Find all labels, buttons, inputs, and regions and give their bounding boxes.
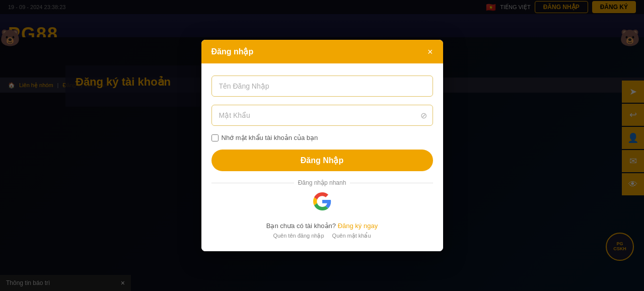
username-input[interactable] bbox=[211, 76, 433, 97]
login-modal: Đăng nhập × ⊘ Nhớ mật khẩu tài khoản của… bbox=[201, 40, 443, 251]
google-icon bbox=[313, 192, 331, 210]
password-group: ⊘ bbox=[211, 105, 433, 126]
modal-header: Đăng nhập × bbox=[201, 40, 443, 63]
small-links-row: Quên tên đăng nhập Quên mật khẩu bbox=[211, 233, 433, 239]
divider-left bbox=[211, 183, 294, 183]
modal-title: Đăng nhập bbox=[211, 47, 254, 56]
remember-label: Nhớ mật khẩu tài khoản của bạn bbox=[222, 134, 318, 141]
divider-right bbox=[350, 183, 433, 183]
submit-login-button[interactable]: Đăng Nhập bbox=[211, 150, 433, 171]
no-account-text: Bạn chưa có tài khoản? Đăng ký ngay bbox=[211, 222, 433, 230]
social-login-area bbox=[211, 192, 433, 214]
remember-row: Nhớ mật khẩu tài khoản của bạn bbox=[211, 134, 433, 141]
toggle-password-icon[interactable]: ⊘ bbox=[420, 111, 427, 120]
remember-checkbox[interactable] bbox=[211, 134, 219, 141]
divider-row: Đăng nhập nhanh bbox=[211, 179, 433, 186]
divider-text: Đăng nhập nhanh bbox=[298, 179, 346, 186]
bottom-links: Bạn chưa có tài khoản? Đăng ký ngay Quên… bbox=[211, 222, 433, 239]
forgot-username-link[interactable]: Quên tên đăng nhập bbox=[273, 233, 324, 239]
forgot-password-link[interactable]: Quên mật khẩu bbox=[332, 233, 371, 239]
register-link[interactable]: Đăng ký ngay bbox=[338, 222, 378, 230]
password-input[interactable] bbox=[211, 105, 433, 126]
modal-close-button[interactable]: × bbox=[427, 47, 433, 56]
google-login-button[interactable] bbox=[313, 192, 331, 214]
modal-body: ⊘ Nhớ mật khẩu tài khoản của bạn Đăng Nh… bbox=[201, 63, 443, 251]
username-group bbox=[211, 76, 433, 97]
password-wrapper: ⊘ bbox=[211, 105, 433, 126]
